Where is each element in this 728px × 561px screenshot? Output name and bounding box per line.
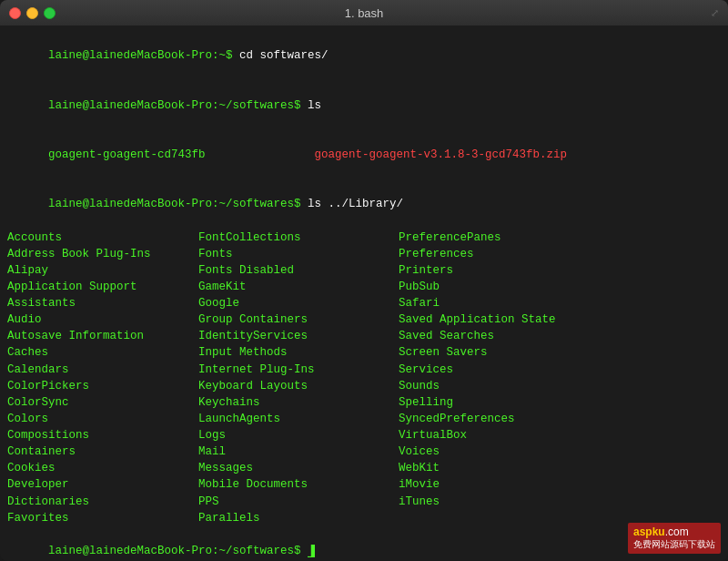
list-item: Keyboard Layouts	[198, 378, 399, 394]
list-item: Autosave Information	[7, 328, 198, 344]
list-item: Preferences	[399, 246, 617, 262]
list-item: Mobile Documents	[198, 476, 399, 493]
list-item: Printers	[399, 262, 617, 279]
maximize-button[interactable]	[44, 7, 56, 19]
list-item: Google	[198, 295, 399, 311]
list-item: Calendars	[7, 362, 198, 378]
list-item: Messages	[198, 460, 399, 476]
window-title: 1. bash	[345, 6, 384, 20]
list-item: Parallels	[198, 510, 399, 526]
list-item: IdentityServices	[198, 328, 399, 344]
prompt-2: laine@lainedeMacBook-Pro:~/softwares$	[48, 99, 308, 112]
cmd-line-2: laine@lainedeMacBook-Pro:~/softwares$ ls	[7, 80, 721, 129]
directory-col2: FontCollections Fonts Fonts Disabled Gam…	[198, 230, 399, 526]
list-item: VirtualBox	[399, 427, 617, 444]
ls-output-line: goagent-goagent-cd743fb goagent-goagent-…	[7, 130, 721, 179]
ls-library-output: Accounts Address Book Plug-Ins Alipay Ap…	[7, 230, 721, 526]
list-item: SyncedPreferences	[399, 411, 617, 427]
cmd-3: ls ../Library/	[308, 198, 403, 210]
titlebar: 1. bash ⤢	[0, 0, 728, 26]
prompt-3: laine@lainedeMacBook-Pro:~/softwares$	[48, 198, 308, 210]
terminal-window: 1. bash ⤢ laine@lainedeMacBook-Pro:~$ cd…	[0, 0, 728, 561]
file-red: goagent-goagent-v3.1.8-3-gcd743fb.zip	[315, 148, 568, 161]
resize-icon[interactable]: ⤢	[711, 7, 719, 19]
list-item: LaunchAgents	[198, 411, 399, 427]
list-item: Accounts	[7, 230, 198, 246]
file-cyan: goagent-goagent-cd743fb	[48, 148, 315, 161]
list-item: Fonts Disabled	[198, 262, 399, 279]
list-item: ColorSync	[7, 394, 198, 411]
list-item: Audio	[7, 311, 198, 328]
close-button[interactable]	[9, 7, 21, 19]
list-item: Application Support	[7, 279, 198, 295]
list-item: ColorPickers	[7, 378, 198, 394]
cmd-line-1: laine@lainedeMacBook-Pro:~$ cd softwares…	[7, 31, 721, 80]
list-item: Compositions	[7, 427, 198, 444]
list-item: Sounds	[399, 378, 617, 394]
cmd-line-3: laine@lainedeMacBook-Pro:~/softwares$ ls…	[7, 179, 721, 229]
list-item: Keychains	[198, 394, 399, 411]
watermark: aspku.com 免费网站源码下载站	[628, 523, 721, 554]
cmd-1: cd softwares/	[239, 49, 329, 62]
cursor: ▌	[308, 545, 315, 557]
directory-col3: PreferencePanes Preferences Printers Pub…	[399, 230, 617, 526]
final-prompt-line: laine@lainedeMacBook-Pro:~/softwares$ ▌	[7, 526, 721, 561]
list-item: Internet Plug-Ins	[198, 362, 399, 378]
list-item: Logs	[198, 427, 399, 444]
final-prompt: laine@lainedeMacBook-Pro:~/softwares$	[48, 545, 308, 557]
list-item: Input Methods	[198, 344, 399, 361]
traffic-lights	[9, 7, 56, 19]
terminal-body[interactable]: laine@lainedeMacBook-Pro:~$ cd softwares…	[0, 26, 728, 561]
list-item: Colors	[7, 411, 198, 427]
cmd-2: ls	[308, 99, 321, 112]
prompt-1: laine@lainedeMacBook-Pro:~$	[48, 49, 239, 62]
list-item: Developer	[7, 476, 198, 493]
list-item: Saved Application State	[399, 311, 617, 328]
list-item: Assistants	[7, 295, 198, 311]
list-item: PPS	[198, 494, 399, 510]
list-item: Cookies	[7, 460, 198, 476]
list-item: Group Containers	[198, 311, 399, 328]
list-item: Caches	[7, 344, 198, 361]
list-item: GameKit	[198, 279, 399, 295]
list-item: FontCollections	[198, 230, 399, 246]
list-item: Containers	[7, 444, 198, 460]
list-item: Saved Searches	[399, 328, 617, 344]
list-item: Dictionaries	[7, 494, 198, 510]
list-item: Safari	[399, 295, 617, 311]
directory-col1: Accounts Address Book Plug-Ins Alipay Ap…	[7, 230, 198, 526]
list-item: iMovie	[399, 476, 617, 493]
list-item: Favorites	[7, 510, 198, 526]
list-item: Alipay	[7, 262, 198, 279]
minimize-button[interactable]	[26, 7, 38, 19]
list-item: Fonts	[198, 246, 399, 262]
list-item: Voices	[399, 444, 617, 460]
list-item: Address Book Plug-Ins	[7, 246, 198, 262]
list-item: iTunes	[399, 494, 617, 510]
list-item: Screen Savers	[399, 344, 617, 361]
list-item: WebKit	[399, 460, 617, 476]
list-item: Services	[399, 362, 617, 378]
list-item: Mail	[198, 444, 399, 460]
list-item: PubSub	[399, 279, 617, 295]
list-item: PreferencePanes	[399, 230, 617, 246]
list-item: Spelling	[399, 394, 617, 411]
